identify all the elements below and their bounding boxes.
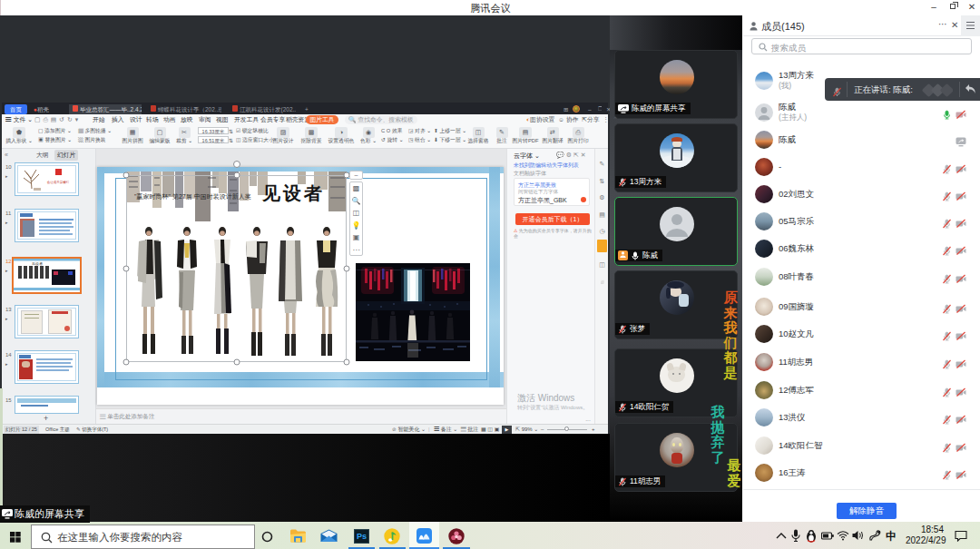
svg-text:见设者: 见设者 [32,261,43,266]
